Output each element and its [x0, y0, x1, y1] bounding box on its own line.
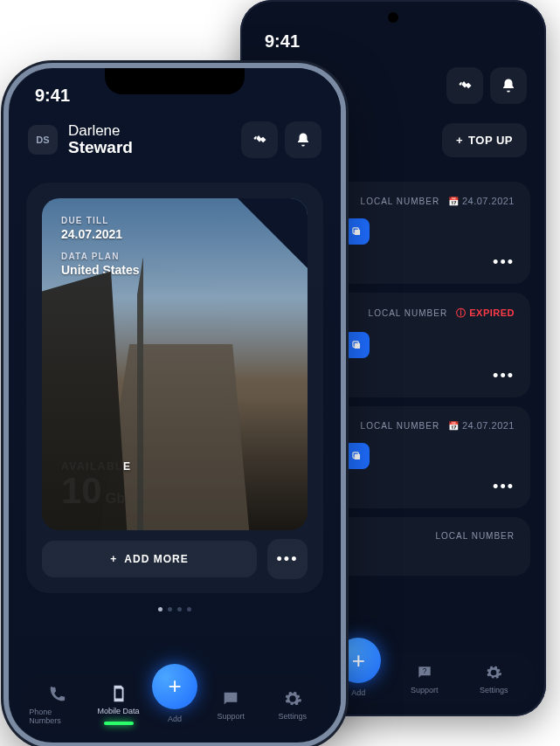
bell-icon — [501, 78, 516, 93]
nav-label: Settings — [278, 712, 307, 721]
copy-button[interactable] — [343, 218, 370, 245]
page-dot — [168, 607, 172, 611]
nav-mobile-data[interactable]: Mobile Data — [91, 684, 147, 725]
copy-icon — [350, 225, 363, 238]
svg-rect-4 — [355, 454, 360, 459]
nav-settings[interactable]: Settings — [467, 663, 520, 694]
svg-rect-2 — [355, 343, 360, 349]
user-last-name: Steward — [68, 138, 231, 157]
data-card: DUE TILL 24.07.2021 DATA PLAN United Sta… — [26, 183, 323, 593]
gear-icon — [485, 664, 502, 681]
copy-icon — [350, 339, 363, 351]
notifications-button[interactable] — [490, 67, 527, 104]
top-up-button[interactable]: + TOP UP — [442, 123, 527, 157]
sim-icon — [109, 684, 128, 703]
available-unit: Gb — [106, 491, 125, 506]
svg-rect-0 — [355, 230, 360, 235]
local-number-label: LOCAL NUMBER — [361, 197, 440, 206]
page-dot — [187, 607, 191, 611]
sim-corner — [238, 198, 308, 268]
nav-support[interactable]: ? Support — [398, 663, 451, 694]
top-up-label: TOP UP — [468, 134, 513, 147]
handshake-icon — [251, 131, 268, 149]
due-date: 24.07.2021 — [448, 420, 515, 431]
nav-label: Support — [218, 712, 245, 721]
nav-add-button[interactable]: + — [152, 664, 197, 709]
available-label: AVAILABLE — [61, 460, 131, 473]
copy-button[interactable] — [343, 332, 370, 358]
phone-icon — [47, 685, 66, 704]
header: DS Darlene Steward — [9, 106, 341, 167]
due-till-label: DUE TILL — [61, 216, 139, 225]
page-dot — [158, 607, 162, 611]
available-value: 10 — [61, 470, 102, 511]
due-date: 24.07.2021 — [448, 196, 515, 206]
nav-support[interactable]: Support — [203, 689, 259, 721]
active-indicator — [104, 722, 134, 725]
nav-phone-numbers[interactable]: Phone Numbers — [29, 685, 85, 725]
local-number-label: LOCAL NUMBER — [435, 531, 515, 541]
handshake-button[interactable] — [446, 67, 483, 104]
add-more-button[interactable]: + ADD MORE — [42, 541, 257, 577]
local-number-label: LOCAL NUMBER — [361, 421, 440, 431]
camera-hole — [388, 12, 398, 23]
plus-icon: + — [110, 553, 117, 565]
nav-label: Settings — [480, 686, 508, 694]
user-name: Darlene Steward — [68, 122, 231, 157]
plus-icon: + — [352, 647, 365, 674]
add-more-label: ADD MORE — [124, 553, 188, 565]
bottom-nav: Phone Numbers Mobile Data + Add Support … — [21, 675, 328, 732]
handshake-button[interactable] — [241, 121, 278, 158]
plus-icon: + — [456, 134, 463, 147]
user-first-name: Darlene — [68, 122, 231, 140]
sim-card-visual[interactable]: DUE TILL 24.07.2021 DATA PLAN United Sta… — [42, 198, 308, 530]
page-dot — [177, 607, 182, 611]
nav-label: Add — [351, 688, 365, 697]
local-number-label: LOCAL NUMBER — [369, 308, 448, 318]
page-indicator — [9, 607, 341, 611]
svg-text:?: ? — [422, 667, 426, 675]
copy-button[interactable] — [343, 443, 370, 469]
nav-add-button[interactable]: + — [335, 638, 381, 683]
plus-icon: + — [168, 673, 181, 700]
notch — [105, 68, 245, 94]
notifications-button[interactable] — [285, 121, 321, 158]
phone-front: 9:41 DS Darlene Steward DUE TILL 24.07.2… — [9, 68, 341, 743]
more-button[interactable]: ••• — [267, 539, 308, 579]
due-till-date: 24.07.2021 — [61, 227, 139, 241]
data-plan-label: DATA PLAN — [61, 252, 139, 261]
nav-label: Add — [168, 715, 182, 723]
nav-label: Mobile Data — [98, 707, 140, 715]
nav-settings[interactable]: Settings — [265, 689, 321, 721]
gear-icon — [283, 689, 302, 708]
status-time: 9:41 — [240, 0, 546, 52]
copy-icon — [350, 450, 363, 462]
bell-icon — [295, 132, 311, 148]
nav-label: Support — [411, 686, 439, 694]
expired-badge: EXPIRED — [456, 307, 515, 320]
handshake-icon — [456, 77, 474, 94]
avatar[interactable]: DS — [28, 125, 58, 155]
data-plan-country: United States — [61, 263, 139, 277]
support-icon — [221, 689, 240, 708]
support-icon: ? — [416, 664, 433, 681]
nav-label: Phone Numbers — [29, 708, 85, 725]
